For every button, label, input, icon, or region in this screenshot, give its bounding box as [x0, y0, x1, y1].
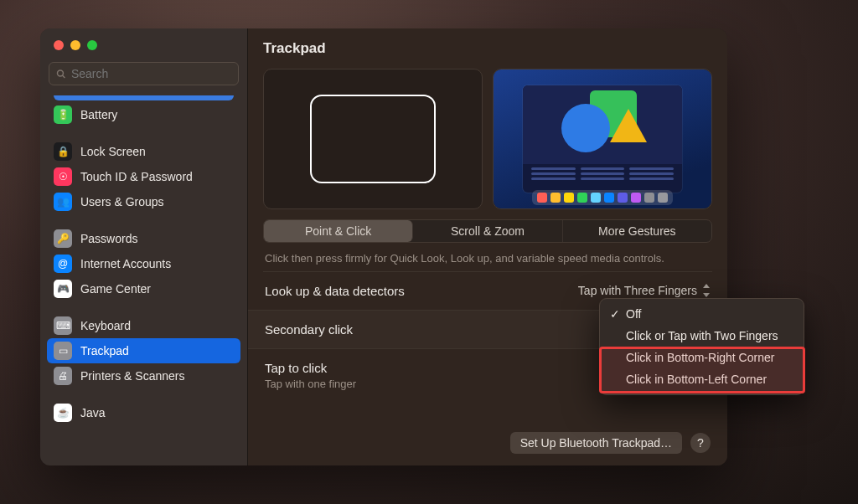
printers-scanners-icon: 🖨	[54, 367, 72, 385]
sidebar-item-battery[interactable]: 🔋Battery	[47, 102, 240, 127]
check-icon: ✓	[610, 307, 620, 321]
window-controls	[40, 28, 247, 62]
sidebar-item-label: Trackpad	[80, 344, 129, 357]
touch-id-password-icon: ☉	[54, 167, 72, 186]
main-pane: Trackpad Point & ClickScroll & ZoomMore …	[248, 28, 727, 465]
sidebar-item-label: Internet Accounts	[80, 257, 171, 270]
tab-more-gestures[interactable]: More Gestures	[563, 220, 711, 242]
sidebar-item-label: Touch ID & Password	[80, 170, 193, 183]
sidebar-item-label: Java	[80, 406, 106, 419]
sidebar-item-trackpad[interactable]: ▭Trackpad	[47, 338, 240, 363]
tab-point-click[interactable]: Point & Click	[264, 220, 413, 242]
keyboard-icon: ⌨	[54, 316, 72, 335]
sidebar-item-java[interactable]: ☕Java	[47, 400, 240, 425]
trackpad-animation-preview	[263, 69, 483, 209]
tab-scroll-zoom[interactable]: Scroll & Zoom	[413, 220, 562, 242]
gesture-result-preview	[493, 69, 712, 209]
svg-line-1	[62, 75, 65, 77]
internet-accounts-icon: @	[54, 255, 72, 273]
sidebar-item-touch-id-password[interactable]: ☉Touch ID & Password	[47, 164, 240, 189]
sidebar-item-lock-screen[interactable]: 🔒Lock Screen	[47, 139, 240, 164]
sidebar-item-internet-accounts[interactable]: @Internet Accounts	[47, 251, 240, 276]
sidebar-item-users-groups[interactable]: 👥Users & Groups	[47, 189, 240, 214]
setting-description: Click then press firmly for Quick Look, …	[263, 249, 712, 271]
game-center-icon: 🎮	[54, 280, 72, 298]
system-settings-window: 🔋Battery🔒Lock Screen☉Touch ID & Password…	[40, 28, 727, 465]
search-input[interactable]	[71, 67, 231, 80]
menu-item-click-in-bottom-left-corner[interactable]: Click in Bottom-Left Corner	[604, 368, 799, 390]
sidebar-item-label: Game Center	[80, 282, 151, 296]
trackpad-outline-icon	[310, 95, 436, 183]
search-field[interactable]	[49, 62, 239, 85]
users-groups-icon: 👥	[54, 193, 72, 211]
sidebar-item-label: Lock Screen	[80, 145, 146, 158]
minimize-icon[interactable]	[70, 40, 80, 50]
setup-bluetooth-trackpad-button[interactable]: Set Up Bluetooth Trackpad…	[510, 432, 682, 454]
secondary-click-menu[interactable]: ✓OffClick or Tap with Two FingersClick i…	[599, 298, 804, 395]
sidebar-item-passwords[interactable]: 🔑Passwords	[47, 226, 240, 251]
menu-item-click-or-tap-with-two-fingers[interactable]: Click or Tap with Two Fingers	[604, 325, 799, 347]
tap-to-click-label: Tap to click	[265, 361, 356, 375]
tab-bar: Point & ClickScroll & ZoomMore Gestures	[263, 219, 712, 243]
menu-item-off[interactable]: ✓Off	[604, 303, 799, 325]
lookup-label: Look up & data detectors	[265, 284, 405, 298]
sidebar-item-label: Passwords	[80, 232, 137, 245]
dock-preview	[532, 190, 673, 205]
help-button[interactable]: ?	[690, 433, 711, 453]
lookup-dropdown[interactable]: Tap with Three Fingers	[578, 284, 711, 297]
sidebar-item-keyboard[interactable]: ⌨Keyboard	[47, 313, 240, 338]
sidebar-list: 🔋Battery🔒Lock Screen☉Touch ID & Password…	[40, 94, 247, 459]
sidebar-item-label: Users & Groups	[80, 195, 164, 208]
sidebar-item-label: Printers & Scanners	[80, 369, 185, 383]
sidebar: 🔋Battery🔒Lock Screen☉Touch ID & Password…	[40, 28, 248, 465]
menu-item-click-in-bottom-right-corner[interactable]: Click in Bottom-Right Corner	[604, 347, 799, 368]
sidebar-item-label: Battery	[80, 108, 117, 121]
java-icon: ☕	[54, 404, 72, 422]
search-icon	[56, 69, 66, 80]
sidebar-item-game-center[interactable]: 🎮Game Center	[47, 276, 240, 301]
trackpad-icon: ▭	[54, 342, 72, 360]
secondary-click-label: Secondary click	[265, 322, 353, 337]
sidebar-item-printers-scanners[interactable]: 🖨Printers & Scanners	[47, 363, 240, 388]
close-icon[interactable]	[54, 40, 64, 50]
tap-to-click-sub: Tap with one finger	[265, 378, 356, 390]
page-title: Trackpad	[248, 28, 727, 69]
sidebar-item-label: Keyboard	[80, 319, 131, 332]
sidebar-peek-above	[54, 95, 234, 100]
chevron-updown-icon	[701, 284, 711, 297]
zoom-icon[interactable]	[87, 40, 97, 50]
battery-icon: 🔋	[54, 105, 72, 124]
svg-point-0	[57, 70, 63, 76]
passwords-icon: 🔑	[54, 229, 72, 248]
lock-screen-icon: 🔒	[54, 142, 72, 161]
